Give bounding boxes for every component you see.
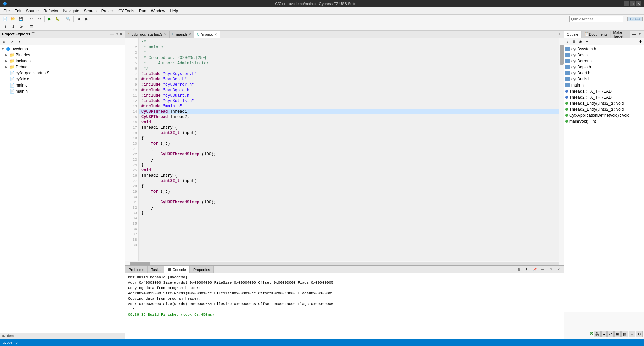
ime-btn-6[interactable]: ⚙ bbox=[636, 331, 643, 337]
tree-item-cyfxtx[interactable]: 📄 cyfxtx.c bbox=[0, 76, 125, 82]
menu-project[interactable]: Project bbox=[99, 8, 116, 14]
tree-item-mainc[interactable]: 📄 main.c bbox=[0, 82, 125, 88]
outline-item[interactable]: Thread1 : TX_THREAD bbox=[564, 88, 644, 94]
tab-documents[interactable]: 📋 Documents bbox=[582, 31, 611, 38]
toolbar2-btn3[interactable]: ⟳ bbox=[17, 23, 25, 31]
maximize-button[interactable]: □ bbox=[630, 1, 635, 6]
outline-settings-btn[interactable]: ⚙ bbox=[637, 39, 643, 45]
console-close-btn[interactable]: ✕ bbox=[555, 266, 562, 273]
explorer-toolbar: ⊞ ⟳ ▼ bbox=[0, 38, 125, 45]
console-maximize-btn[interactable]: □ bbox=[547, 266, 554, 273]
outline-item[interactable]: hcyu3gpio.h bbox=[564, 64, 644, 70]
editor-minimize-btn[interactable]: — bbox=[547, 31, 554, 38]
scrollbar-thumb[interactable] bbox=[560, 45, 564, 65]
tab-maketarget[interactable]: Make Target bbox=[611, 31, 631, 38]
outline-item[interactable]: Thread2 : TX_THREAD bbox=[564, 94, 644, 100]
menu-edit[interactable]: Edit bbox=[12, 8, 23, 14]
outline-item[interactable]: Thread1_Entry(uint32_t) : void bbox=[564, 100, 644, 106]
quick-access-input[interactable] bbox=[569, 16, 623, 22]
tab-console[interactable]: ⬛ Console bbox=[164, 266, 190, 273]
outline-hide-btn[interactable]: ◉ bbox=[577, 39, 584, 45]
outline-maximize-btn[interactable]: □ bbox=[637, 31, 643, 37]
tab-tasks[interactable]: Tasks bbox=[148, 266, 164, 273]
explorer-minimize-btn[interactable]: — bbox=[110, 32, 114, 36]
minimize-button[interactable]: — bbox=[624, 1, 629, 6]
outline-item[interactable]: hcyu3uart.h bbox=[564, 70, 644, 76]
tab-problems[interactable]: Problems bbox=[125, 266, 148, 273]
new-button[interactable]: 📄 bbox=[1, 15, 9, 23]
ime-btn-4[interactable]: ▤ bbox=[621, 331, 628, 337]
menu-cytools[interactable]: CY Tools bbox=[116, 8, 136, 14]
tree-item-uvcdemo[interactable]: ▼ 🔷 uvcdemo bbox=[0, 46, 125, 52]
explorer-link-btn[interactable]: ⟳ bbox=[8, 38, 16, 45]
outline-collapse-btn[interactable]: - bbox=[590, 39, 596, 45]
forward-button[interactable]: ▶ bbox=[83, 15, 90, 23]
outline-item[interactable]: hmain.h bbox=[564, 82, 644, 88]
outline-item[interactable]: Thread2_Entry(uint32_t) : void bbox=[564, 106, 644, 112]
ime-btn-2[interactable]: ↩ bbox=[607, 331, 614, 337]
toolbar2-btn1[interactable]: ⬆ bbox=[1, 23, 9, 31]
undo-button[interactable]: ↩ bbox=[28, 15, 35, 23]
ime-btn-eng[interactable]: 英 bbox=[594, 331, 601, 337]
outline-item[interactable]: hcyu3error.h bbox=[564, 58, 644, 64]
code-content[interactable]: /* * main.c * * Created on: 2020年5月25日 *… bbox=[139, 38, 559, 261]
toolbar2-btn4[interactable]: ☰ bbox=[28, 23, 35, 31]
search-button[interactable]: 🔍 bbox=[65, 15, 72, 23]
tab-mainc[interactable]: C *main.c ✕ bbox=[194, 31, 220, 38]
editor-scrollbar[interactable] bbox=[559, 38, 564, 261]
debug-button[interactable]: 🐛 bbox=[54, 15, 61, 23]
outline-sort-btn[interactable]: ↕ bbox=[565, 39, 571, 45]
back-button[interactable]: ◀ bbox=[75, 15, 82, 23]
console-minimize-btn[interactable]: — bbox=[539, 266, 546, 273]
tab-cyfxgcc[interactable]: S cyfx_gcc_startup.S ✕ bbox=[125, 31, 170, 38]
console-clear-btn[interactable]: 🗑 bbox=[515, 266, 522, 273]
outline-filter-btn[interactable]: ⊞ bbox=[571, 39, 577, 45]
outline-item[interactable]: hcyu3os.h bbox=[564, 52, 644, 58]
menu-source[interactable]: Source bbox=[24, 8, 41, 14]
tree-item-includes[interactable]: ▶ 📁 Includes bbox=[0, 58, 125, 64]
tree-item-cyfxgcc[interactable]: 📄 cyfx_gcc_startup.S bbox=[0, 70, 125, 76]
close-button[interactable]: ✕ bbox=[636, 1, 641, 6]
save-button[interactable]: 💾 bbox=[17, 15, 25, 23]
tab-close-mainc[interactable]: ✕ bbox=[214, 33, 217, 36]
tab-close-cyfxgcc[interactable]: ✕ bbox=[164, 32, 167, 36]
outline-minimize-btn[interactable]: — bbox=[631, 31, 637, 37]
redo-button[interactable]: ↪ bbox=[36, 15, 43, 23]
explorer-filter-btn[interactable]: ▼ bbox=[16, 38, 23, 45]
ime-btn-1[interactable]: ♦ bbox=[601, 331, 607, 337]
console-pin-btn[interactable]: 📌 bbox=[531, 266, 538, 273]
console-scroll-btn[interactable]: ⬇ bbox=[523, 266, 530, 273]
code-editor[interactable]: 1234567891011121314151617181920212223242… bbox=[125, 38, 564, 261]
outline-item[interactable]: main(void) : int bbox=[564, 118, 644, 124]
outline-item[interactable]: CyfxApplicationDefine(void) : void bbox=[564, 112, 644, 118]
editor-maximize-btn[interactable]: □ bbox=[555, 31, 562, 38]
hscroll-thumb[interactable] bbox=[130, 262, 150, 265]
outline-expand-btn[interactable]: + bbox=[584, 39, 590, 45]
ime-btn-5[interactable]: ☆ bbox=[629, 331, 635, 337]
toolbar2-btn2[interactable]: ⬇ bbox=[9, 23, 17, 31]
menu-run[interactable]: Run bbox=[137, 8, 148, 14]
menu-search[interactable]: Search bbox=[82, 8, 99, 14]
ime-btn-3[interactable]: ⊞ bbox=[614, 331, 621, 337]
explorer-maximize-btn[interactable]: □ bbox=[115, 32, 118, 36]
build-button[interactable]: ▶ bbox=[46, 15, 53, 23]
tree-item-mainh[interactable]: 📄 main.h bbox=[0, 88, 125, 94]
tree-item-binaries[interactable]: ▶ 📁 Binaries bbox=[0, 52, 125, 58]
editor-hscroll[interactable] bbox=[125, 261, 564, 265]
tab-mainh[interactable]: H main.h ✕ bbox=[170, 31, 194, 38]
menu-navigate[interactable]: Navigate bbox=[61, 8, 81, 14]
menu-refactor[interactable]: Refactor bbox=[41, 8, 60, 14]
bottom-panel: Problems Tasks ⬛ Console Properties 🗑 bbox=[125, 265, 564, 339]
menu-help[interactable]: Help bbox=[168, 8, 180, 14]
tab-properties[interactable]: Properties bbox=[190, 266, 214, 273]
explorer-close-btn[interactable]: ✕ bbox=[119, 32, 123, 36]
tab-close-mainh[interactable]: ✕ bbox=[188, 32, 191, 36]
menu-window[interactable]: Window bbox=[149, 8, 167, 14]
tab-outline[interactable]: Outline bbox=[564, 31, 582, 38]
tree-item-debug[interactable]: ▶ 📁 Debug bbox=[0, 64, 125, 70]
explorer-collapse-btn[interactable]: ⊞ bbox=[1, 38, 8, 45]
open-button[interactable]: 📂 bbox=[9, 15, 17, 23]
outline-item[interactable]: hcyu3system.h bbox=[564, 46, 644, 52]
menu-file[interactable]: File bbox=[1, 8, 12, 14]
outline-item[interactable]: hcyu3utils.h bbox=[564, 76, 644, 82]
